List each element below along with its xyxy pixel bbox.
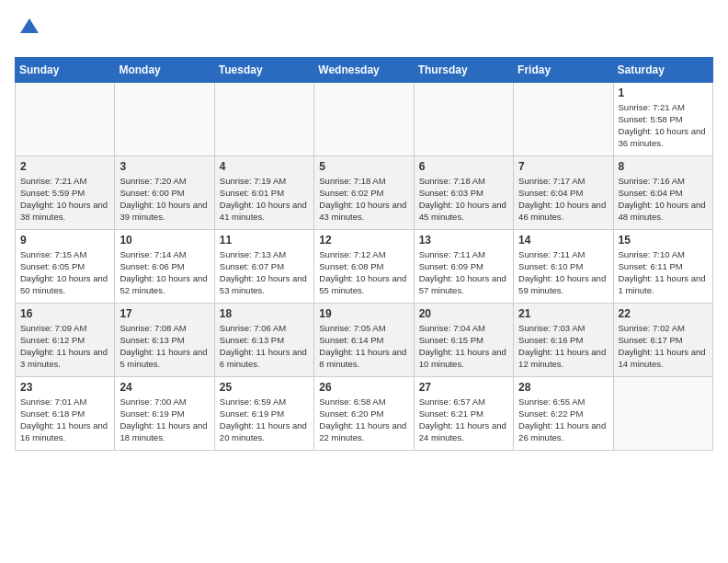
col-header-tuesday: Tuesday <box>214 57 313 82</box>
day-number: 23 <box>20 381 109 394</box>
day-number: 18 <box>220 307 309 320</box>
calendar-day-cell: 25Sunrise: 6:59 AM Sunset: 6:19 PM Dayli… <box>214 376 313 450</box>
calendar-day-cell: 10Sunrise: 7:14 AM Sunset: 6:06 PM Dayli… <box>115 229 214 303</box>
day-number: 8 <box>619 160 708 173</box>
day-number: 22 <box>619 307 708 320</box>
day-info: Sunrise: 7:09 AM Sunset: 6:12 PM Dayligh… <box>20 322 109 371</box>
calendar-day-cell: 9Sunrise: 7:15 AM Sunset: 6:05 PM Daylig… <box>16 229 115 303</box>
calendar-day-cell: 16Sunrise: 7:09 AM Sunset: 6:12 PM Dayli… <box>16 303 115 376</box>
day-number: 20 <box>419 307 508 320</box>
day-info: Sunrise: 7:19 AM Sunset: 6:01 PM Dayligh… <box>220 175 309 224</box>
calendar-day-cell: 7Sunrise: 7:17 AM Sunset: 6:04 PM Daylig… <box>514 155 613 229</box>
day-number: 25 <box>220 381 309 394</box>
day-info: Sunrise: 7:12 AM Sunset: 6:08 PM Dayligh… <box>319 248 408 297</box>
day-number: 11 <box>220 234 309 247</box>
day-number: 9 <box>20 234 109 247</box>
day-info: Sunrise: 6:59 AM Sunset: 6:19 PM Dayligh… <box>220 396 309 444</box>
day-number: 7 <box>518 160 608 173</box>
day-info: Sunrise: 7:21 AM Sunset: 5:59 PM Dayligh… <box>20 175 109 224</box>
calendar-day-cell: 11Sunrise: 7:13 AM Sunset: 6:07 PM Dayli… <box>214 229 313 303</box>
calendar-day-cell: 28Sunrise: 6:55 AM Sunset: 6:22 PM Dayli… <box>514 376 613 450</box>
day-number: 16 <box>20 307 109 320</box>
calendar-day-cell: 4Sunrise: 7:19 AM Sunset: 6:01 PM Daylig… <box>214 155 313 229</box>
day-number: 17 <box>119 307 209 320</box>
day-number: 27 <box>419 381 508 394</box>
calendar-day-cell <box>16 82 115 155</box>
calendar-week-row: 23Sunrise: 7:01 AM Sunset: 6:18 PM Dayli… <box>16 376 713 450</box>
day-info: Sunrise: 7:06 AM Sunset: 6:13 PM Dayligh… <box>220 322 309 371</box>
calendar-day-cell: 19Sunrise: 7:05 AM Sunset: 6:14 PM Dayli… <box>314 303 414 376</box>
calendar-day-cell <box>115 82 214 155</box>
day-info: Sunrise: 7:11 AM Sunset: 6:10 PM Dayligh… <box>518 248 608 297</box>
day-info: Sunrise: 7:10 AM Sunset: 6:11 PM Dayligh… <box>619 248 708 297</box>
day-number: 14 <box>518 234 608 247</box>
day-info: Sunrise: 7:14 AM Sunset: 6:06 PM Dayligh… <box>119 248 209 297</box>
day-info: Sunrise: 7:18 AM Sunset: 6:02 PM Dayligh… <box>319 175 408 224</box>
calendar-week-row: 1Sunrise: 7:21 AM Sunset: 5:58 PM Daylig… <box>16 82 713 155</box>
day-number: 28 <box>518 381 608 394</box>
calendar-day-cell: 24Sunrise: 7:00 AM Sunset: 6:19 PM Dayli… <box>115 376 214 450</box>
day-info: Sunrise: 7:20 AM Sunset: 6:00 PM Dayligh… <box>119 175 209 224</box>
col-header-wednesday: Wednesday <box>314 57 414 82</box>
calendar-day-cell: 5Sunrise: 7:18 AM Sunset: 6:02 PM Daylig… <box>314 155 414 229</box>
day-info: Sunrise: 7:00 AM Sunset: 6:19 PM Dayligh… <box>119 396 209 444</box>
day-info: Sunrise: 7:04 AM Sunset: 6:15 PM Dayligh… <box>419 322 508 371</box>
day-info: Sunrise: 7:15 AM Sunset: 6:05 PM Dayligh… <box>20 248 109 297</box>
calendar-table: SundayMondayTuesdayWednesdayThursdayFrid… <box>15 57 713 451</box>
day-info: Sunrise: 7:01 AM Sunset: 6:18 PM Dayligh… <box>20 396 109 444</box>
day-number: 4 <box>220 160 309 173</box>
day-number: 19 <box>319 307 408 320</box>
calendar-day-cell: 20Sunrise: 7:04 AM Sunset: 6:15 PM Dayli… <box>414 303 513 376</box>
day-info: Sunrise: 7:11 AM Sunset: 6:09 PM Dayligh… <box>419 248 508 297</box>
day-info: Sunrise: 7:18 AM Sunset: 6:03 PM Dayligh… <box>419 175 508 224</box>
day-number: 15 <box>619 234 708 247</box>
day-number: 3 <box>119 160 209 173</box>
calendar-day-cell: 2Sunrise: 7:21 AM Sunset: 5:59 PM Daylig… <box>16 155 115 229</box>
calendar-day-cell <box>214 82 313 155</box>
logo <box>15 15 42 46</box>
calendar-day-cell <box>613 376 712 450</box>
calendar-day-cell: 15Sunrise: 7:10 AM Sunset: 6:11 PM Dayli… <box>613 229 712 303</box>
day-number: 10 <box>119 234 209 247</box>
day-info: Sunrise: 6:57 AM Sunset: 6:21 PM Dayligh… <box>419 396 508 444</box>
day-number: 26 <box>319 381 408 394</box>
calendar-day-cell <box>314 82 414 155</box>
calendar-week-row: 16Sunrise: 7:09 AM Sunset: 6:12 PM Dayli… <box>16 303 713 376</box>
col-header-friday: Friday <box>514 57 613 82</box>
svg-marker-0 <box>20 18 39 33</box>
day-info: Sunrise: 6:58 AM Sunset: 6:20 PM Dayligh… <box>319 396 408 444</box>
day-number: 21 <box>518 307 608 320</box>
calendar-day-cell: 13Sunrise: 7:11 AM Sunset: 6:09 PM Dayli… <box>414 229 513 303</box>
day-number: 5 <box>319 160 408 173</box>
calendar-day-cell: 1Sunrise: 7:21 AM Sunset: 5:58 PM Daylig… <box>613 82 712 155</box>
calendar-day-cell: 17Sunrise: 7:08 AM Sunset: 6:13 PM Dayli… <box>115 303 214 376</box>
col-header-sunday: Sunday <box>16 57 115 82</box>
day-number: 2 <box>20 160 109 173</box>
calendar-day-cell: 12Sunrise: 7:12 AM Sunset: 6:08 PM Dayli… <box>314 229 414 303</box>
day-info: Sunrise: 7:03 AM Sunset: 6:16 PM Dayligh… <box>518 322 608 371</box>
day-info: Sunrise: 6:55 AM Sunset: 6:22 PM Dayligh… <box>518 396 608 444</box>
calendar-day-cell: 18Sunrise: 7:06 AM Sunset: 6:13 PM Dayli… <box>214 303 313 376</box>
calendar-day-cell: 27Sunrise: 6:57 AM Sunset: 6:21 PM Dayli… <box>414 376 513 450</box>
day-number: 6 <box>419 160 508 173</box>
calendar-day-cell: 21Sunrise: 7:03 AM Sunset: 6:16 PM Dayli… <box>514 303 613 376</box>
calendar-day-cell: 6Sunrise: 7:18 AM Sunset: 6:03 PM Daylig… <box>414 155 513 229</box>
day-number: 1 <box>619 86 708 99</box>
calendar-week-row: 2Sunrise: 7:21 AM Sunset: 5:59 PM Daylig… <box>16 155 713 229</box>
col-header-thursday: Thursday <box>414 57 513 82</box>
page-header <box>15 15 713 46</box>
day-number: 12 <box>319 234 408 247</box>
day-number: 24 <box>119 381 209 394</box>
day-info: Sunrise: 7:08 AM Sunset: 6:13 PM Dayligh… <box>119 322 209 371</box>
day-info: Sunrise: 7:05 AM Sunset: 6:14 PM Dayligh… <box>319 322 408 371</box>
day-info: Sunrise: 7:16 AM Sunset: 6:04 PM Dayligh… <box>619 175 708 224</box>
logo-icon <box>17 15 42 40</box>
day-info: Sunrise: 7:21 AM Sunset: 5:58 PM Dayligh… <box>619 101 708 150</box>
calendar-week-row: 9Sunrise: 7:15 AM Sunset: 6:05 PM Daylig… <box>16 229 713 303</box>
calendar-day-cell <box>414 82 513 155</box>
calendar-day-cell: 8Sunrise: 7:16 AM Sunset: 6:04 PM Daylig… <box>613 155 712 229</box>
day-info: Sunrise: 7:13 AM Sunset: 6:07 PM Dayligh… <box>220 248 309 297</box>
calendar-day-cell: 14Sunrise: 7:11 AM Sunset: 6:10 PM Dayli… <box>514 229 613 303</box>
calendar-header-row: SundayMondayTuesdayWednesdayThursdayFrid… <box>16 57 713 82</box>
col-header-saturday: Saturday <box>613 57 712 82</box>
